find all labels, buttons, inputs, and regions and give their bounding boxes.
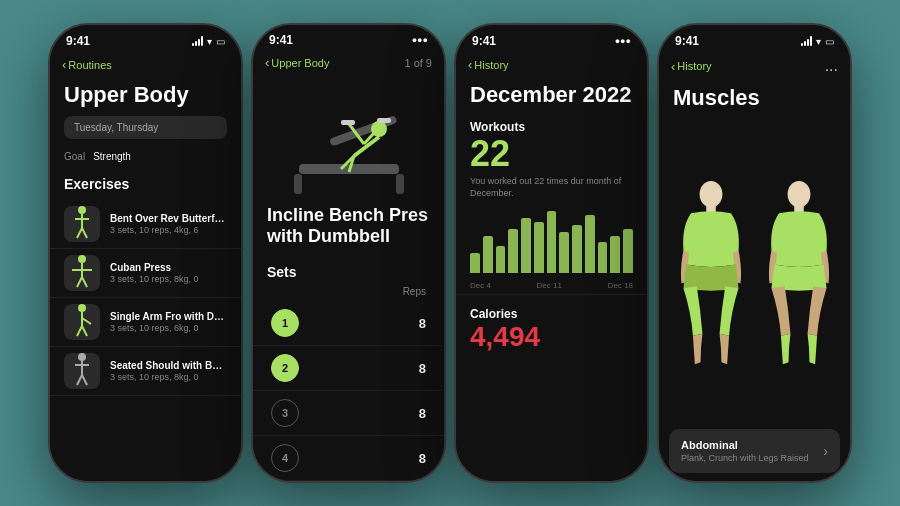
workout-chart — [456, 211, 647, 281]
nav-bar-4: ‹ History ... — [659, 53, 850, 81]
exercise-meta-2: 3 sets, 10 reps, 8kg, 0 — [110, 274, 227, 284]
chart-label-2: Dec 11 — [537, 281, 562, 290]
more-options-button[interactable]: ... — [825, 57, 838, 75]
phone-exercise-detail: 9:41 ●●● ‹ Upper Body 1 of 9 — [251, 23, 446, 483]
back-button-4[interactable]: ‹ History — [671, 59, 712, 74]
wifi-icon-1: ▾ — [207, 36, 212, 47]
muscle-card-abdominal[interactable]: Abdominal Plank, Crunch with Legs Raised… — [669, 429, 840, 473]
set-row-2[interactable]: 2 8 — [253, 346, 444, 391]
chart-bar — [483, 236, 493, 274]
reps-column-label: Reps — [403, 286, 426, 297]
svg-line-4 — [82, 228, 87, 238]
history-month: December 2022 — [456, 78, 647, 120]
status-bar-1: 9:41 ▾ ▭ — [50, 25, 241, 53]
nav-counter: 1 of 9 — [404, 57, 432, 69]
chart-bar — [547, 211, 557, 273]
exercise-meta-1: 3 sets, 10 reps, 4kg, 6 — [110, 225, 227, 235]
status-time-4: 9:41 — [675, 34, 699, 48]
front-muscle-figure — [672, 179, 750, 369]
workouts-section: Workouts 22 You worked out 22 times dur … — [456, 120, 647, 211]
workouts-label: Workouts — [470, 120, 633, 134]
back-button-1[interactable]: ‹ Routines — [62, 57, 112, 72]
set-row-3[interactable]: 3 8 — [253, 391, 444, 436]
schedule-chip: Tuesday, Thursday — [64, 116, 227, 139]
svg-line-14 — [82, 326, 87, 336]
exercise-item-4[interactable]: Seated Should with Barbell 3 sets, 10 re… — [50, 347, 241, 396]
set-row-1[interactable]: 1 8 — [253, 301, 444, 346]
svg-point-10 — [78, 304, 86, 312]
back-muscle-figure — [760, 179, 838, 369]
chart-label-1: Dec 4 — [470, 281, 491, 290]
svg-line-19 — [82, 375, 87, 385]
status-icons-4: ▾ ▭ — [801, 36, 834, 47]
signal-icon-4 — [801, 36, 812, 46]
muscles-title: Muscles — [659, 81, 850, 119]
exercise-item-1[interactable]: Bent Over Rev Butterfly with D 3 sets, 1… — [50, 200, 241, 249]
status-icons-3: ●●● — [615, 36, 631, 46]
page-title-1: Upper Body — [50, 78, 241, 116]
workouts-description: You worked out 22 times dur month of Dec… — [470, 176, 633, 199]
svg-line-13 — [77, 326, 82, 336]
set-reps-2: 8 — [419, 361, 426, 376]
muscle-card-info: Abdominal Plank, Crunch with Legs Raised — [681, 439, 809, 463]
goal-label: Goal — [64, 151, 85, 162]
chart-bar — [610, 236, 620, 274]
back-button-3[interactable]: ‹ History — [468, 57, 509, 72]
chart-bar — [521, 218, 531, 273]
back-arrow-4: ‹ — [671, 59, 675, 74]
signal-placeholder-3: ●●● — [615, 36, 631, 46]
exercise-thumb-2 — [64, 255, 100, 291]
chart-bar — [623, 229, 633, 274]
svg-rect-28 — [341, 120, 355, 125]
exercise-name-2: Cuban Press — [110, 262, 227, 273]
status-bar-3: 9:41 ●●● — [456, 25, 647, 53]
muscle-exercises: Plank, Crunch with Legs Raised — [681, 453, 809, 463]
exercise-item-2[interactable]: Cuban Press 3 sets, 10 reps, 8kg, 0 — [50, 249, 241, 298]
back-label-4: History — [677, 60, 711, 72]
exercise-big-title: Incline Bench Pres with Dumbbell — [253, 201, 444, 260]
svg-line-3 — [77, 228, 82, 238]
set-reps-1: 8 — [419, 316, 426, 331]
set-circle-1: 1 — [271, 309, 299, 337]
exercise-info-3: Single Arm Fro with Dumbbel 3 sets, 10 r… — [110, 311, 227, 333]
calories-section: Calories 4,494 — [456, 294, 647, 351]
chart-bar — [559, 232, 569, 273]
exercise-meta-4: 3 sets, 10 reps, 8kg, 0 — [110, 372, 227, 382]
status-icons-2: ●●● — [412, 35, 428, 45]
svg-point-5 — [78, 255, 86, 263]
muscles-body-area — [659, 119, 850, 429]
svg-line-9 — [82, 277, 87, 287]
back-label-1: Routines — [68, 59, 111, 71]
exercise-info-2: Cuban Press 3 sets, 10 reps, 8kg, 0 — [110, 262, 227, 284]
chart-bar — [508, 229, 518, 274]
chart-bar — [496, 246, 506, 274]
phone-upper-body: 9:41 ▾ ▭ ‹ Routines Upp — [48, 23, 243, 483]
sets-header: Sets — [253, 260, 444, 286]
phones-container: 9:41 ▾ ▭ ‹ Routines Upp — [38, 23, 862, 483]
exercise-item-3[interactable]: Single Arm Fro with Dumbbel 3 sets, 10 r… — [50, 298, 241, 347]
exercise-name-4: Seated Should with Barbell — [110, 360, 227, 371]
svg-point-0 — [78, 206, 86, 214]
set-circle-3: 3 — [271, 399, 299, 427]
exercise-info-4: Seated Should with Barbell 3 sets, 10 re… — [110, 360, 227, 382]
wifi-icon-4: ▾ — [816, 36, 821, 47]
svg-line-8 — [77, 277, 82, 287]
workouts-count: 22 — [470, 136, 633, 172]
back-button-2[interactable]: ‹ Upper Body — [265, 55, 329, 70]
chart-bar — [598, 242, 608, 273]
phone-muscles: 9:41 ▾ ▭ ‹ History ... — [657, 23, 852, 483]
nav-bar-1: ‹ Routines — [50, 53, 241, 78]
history-month-text: December 2022 — [470, 82, 631, 107]
status-time-2: 9:41 — [269, 33, 293, 47]
status-time-3: 9:41 — [472, 34, 496, 48]
exercise-info-1: Bent Over Rev Butterfly with D 3 sets, 1… — [110, 213, 227, 235]
set-reps-4: 8 — [419, 451, 426, 466]
exercises-header: Exercises — [50, 172, 241, 200]
battery-icon-4: ▭ — [825, 36, 834, 47]
exercise-thumb-4 — [64, 353, 100, 389]
set-row-4[interactable]: 4 8 — [253, 436, 444, 481]
exercise-name-3: Single Arm Fro with Dumbbel — [110, 311, 227, 322]
chart-bar — [585, 215, 595, 274]
phone-history: 9:41 ●●● ‹ History December 2022 Workout… — [454, 23, 649, 483]
back-arrow-2: ‹ — [265, 55, 269, 70]
